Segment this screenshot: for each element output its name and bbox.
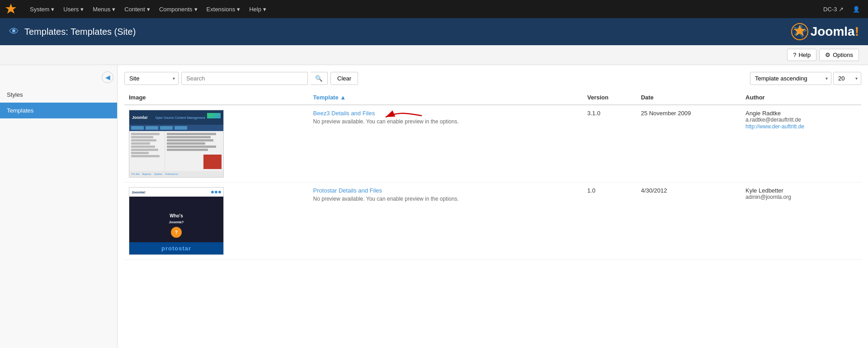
nav-components[interactable]: Components ▾ (155, 0, 202, 18)
protostar-author-email: admin@joomla.org (745, 194, 857, 200)
col-version: Version (583, 90, 637, 105)
search-button[interactable]: 🔍 (311, 72, 328, 85)
joomla-nav-icon (5, 3, 17, 15)
protostar-author-name: Kyle Ledbetter (745, 187, 857, 194)
table-row: Joomla! Open Source Content Management (124, 105, 861, 183)
protostar-author-cell: Kyle Ledbetter admin@joomla.org (741, 183, 861, 260)
joomla-logo: Joomla! (791, 23, 859, 41)
protostar-version-cell: 1.0 (583, 183, 637, 260)
nav-user[interactable]: 👤 (849, 0, 863, 18)
beez3-version-cell: 3.1.0 (583, 105, 637, 183)
nav-users[interactable]: Users ▾ (59, 0, 88, 18)
beez3-author-url[interactable]: http://www.der-auftritt.de (745, 123, 804, 130)
help-icon: ? (793, 52, 796, 58)
sort-wrap: Template ascending Template descending D… (750, 72, 861, 85)
search-icon: 🔍 (315, 75, 323, 82)
beez3-date-cell: 25 November 2009 (637, 105, 741, 183)
beez3-author-name: Angie Radtke (745, 110, 857, 117)
col-image: Image (124, 90, 309, 105)
main-content: Site Administrator ▾ 🔍 Clear Template as… (118, 65, 868, 348)
page-header: 👁 Templates: Templates (Site) Joomla! (0, 18, 868, 45)
joomla-logo-icon (791, 23, 809, 41)
sidebar-item-templates[interactable]: Templates (0, 103, 117, 118)
nav-content[interactable]: Content ▾ (120, 0, 155, 18)
protostar-info-cell: Protostar Details and Files No preview a… (309, 183, 583, 260)
table-row: Joomla! Who's Joomla? (124, 183, 861, 260)
protostar-date-cell: 4/30/2012 (637, 183, 741, 260)
sidebar-item-styles[interactable]: Styles (0, 87, 117, 103)
nav-system[interactable]: System ▾ (25, 0, 59, 18)
protostar-image-cell: Joomla! Who's Joomla? (124, 183, 309, 260)
beez3-info-cell: Beez3 Details and Files No preview avail… (309, 105, 583, 183)
beez3-details-link[interactable]: Beez3 Details and Files (313, 110, 375, 117)
sidebar: ◀ Styles Templates (0, 65, 118, 348)
protostar-details-link[interactable]: Protostar Details and Files (313, 187, 382, 194)
main-layout: ◀ Styles Templates Site Administrator ▾ … (0, 65, 868, 348)
gear-icon: ⚙ (825, 52, 830, 58)
protostar-preview-art: Joomla! Who's Joomla? (129, 188, 223, 254)
nav-site-link[interactable]: DC-3 ↗ (820, 0, 847, 18)
table-header-row: Image Template ▲ Version Date (124, 90, 861, 105)
col-author: Author (741, 90, 861, 105)
nav-menus[interactable]: Menus ▾ (88, 0, 120, 18)
beez3-preview-text: No preview available. You can enable pre… (313, 118, 578, 125)
filter-bar: Site Administrator ▾ 🔍 Clear Template as… (124, 72, 861, 85)
chevron-left-icon: ◀ (105, 74, 110, 81)
nav-extensions[interactable]: Extensions ▾ (202, 0, 245, 18)
beez3-thumbnail: Joomla! Open Source Content Management (129, 110, 224, 178)
nav-help[interactable]: Help ▾ (245, 0, 271, 18)
sort-select[interactable]: Template ascending Template descending D… (750, 72, 831, 85)
page-title: Templates: Templates (Site) (24, 27, 136, 37)
per-page-select-wrap: 5 10 15 20 25 30 50 100 ▾ (833, 72, 861, 85)
protostar-thumbnail: Joomla! Who's Joomla? (129, 187, 224, 255)
sort-asc-icon: ▲ (340, 94, 346, 101)
sort-select-wrap: Template ascending Template descending D… (750, 72, 831, 85)
joomla-logo-text: Joomla! (811, 24, 859, 39)
top-navbar: System ▾ Users ▾ Menus ▾ Content ▾ Compo… (0, 0, 868, 18)
templates-table: Image Template ▲ Version Date (124, 90, 861, 260)
beez3-author-email: a.radtke@derauftritt.de (745, 117, 857, 123)
site-filter-wrap: Site Administrator ▾ (124, 72, 179, 85)
beez3-image-cell: Joomla! Open Source Content Management (124, 105, 309, 183)
beez3-preview-art: Joomla! Open Source Content Management (129, 110, 223, 177)
search-input[interactable] (181, 72, 308, 85)
svg-marker-0 (5, 4, 16, 14)
navbar-brand (5, 3, 21, 15)
clear-button[interactable]: Clear (330, 72, 358, 85)
sidebar-toggle-button[interactable]: ◀ (102, 71, 113, 83)
col-template[interactable]: Template ▲ (309, 90, 583, 105)
sidebar-toggle-wrap: ◀ (0, 70, 117, 87)
options-button[interactable]: ⚙ Options (819, 49, 859, 61)
site-filter-select[interactable]: Site Administrator (124, 72, 179, 85)
sort-template-link[interactable]: Template ▲ (313, 94, 346, 101)
beez3-author-cell: Angie Radtke a.radtke@derauftritt.de htt… (741, 105, 861, 183)
page-header-icon: 👁 (9, 26, 19, 38)
help-button[interactable]: ? Help (787, 49, 816, 61)
col-date: Date (637, 90, 741, 105)
svg-marker-2 (793, 25, 806, 36)
protostar-preview-text: No preview available. You can enable pre… (313, 196, 578, 202)
nav-right: DC-3 ↗ 👤 (820, 0, 863, 18)
per-page-select[interactable]: 5 10 15 20 25 30 50 100 (833, 72, 861, 85)
toolbar: ? Help ⚙ Options (0, 45, 868, 65)
